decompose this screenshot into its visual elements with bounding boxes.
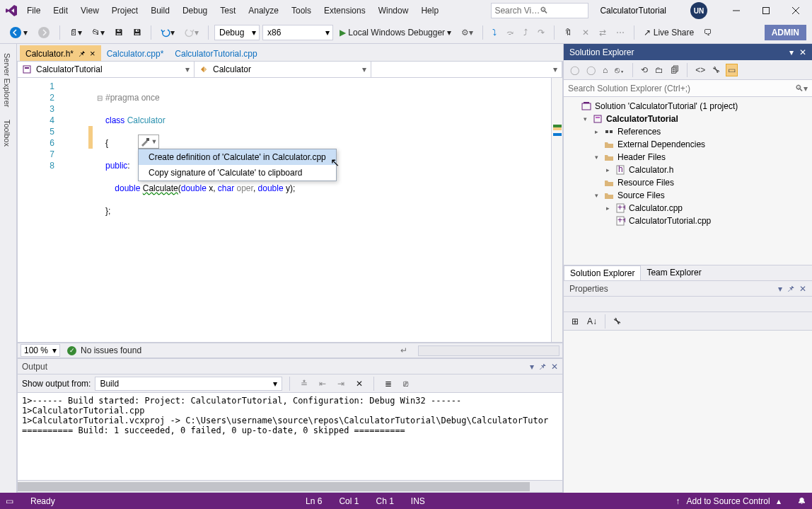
menu-view[interactable]: View <box>75 3 105 18</box>
expand-icon[interactable]: ▸ <box>603 205 612 212</box>
tree-node[interactable]: Resource Files <box>564 176 812 189</box>
expand-icon[interactable]: ▾ <box>581 115 589 122</box>
output-scrollbar[interactable] <box>18 480 562 492</box>
doc-tab[interactable]: CalculatorTutorial.cpp <box>169 45 262 61</box>
wrench-button[interactable]: 🔧︎ <box>610 314 625 328</box>
user-avatar[interactable]: UN <box>690 2 707 19</box>
prev-message-button[interactable]: ⇤ <box>315 377 330 391</box>
menu-edit[interactable]: Edit <box>47 3 74 18</box>
menu-analyze[interactable]: Analyze <box>243 3 284 18</box>
close-button[interactable] <box>784 3 808 18</box>
tree-node[interactable]: External Dependencies <box>564 138 812 151</box>
side-tab-toolbox[interactable]: Toolbox <box>0 113 16 153</box>
close-icon[interactable]: × <box>90 48 95 59</box>
nav-class-dropdown[interactable]: Calculator ▾ <box>195 62 371 77</box>
toggle-button[interactable]: ⎚ <box>400 377 412 391</box>
menu-build[interactable]: Build <box>145 3 175 18</box>
close-icon[interactable]: ✕ <box>551 362 558 372</box>
doc-tab[interactable]: Calculator.cpp* <box>101 45 170 61</box>
code-lines[interactable]: #pragma once class Calculator { public: … <box>63 78 551 342</box>
explorer-tab[interactable]: Solution Explorer <box>564 265 641 281</box>
fwd-icon[interactable]: ◯ <box>584 64 598 76</box>
btn-c[interactable]: ⋯ <box>613 25 628 40</box>
properties-grid[interactable] <box>564 331 812 493</box>
menu-window[interactable]: Window <box>373 3 414 18</box>
menu-file[interactable]: File <box>21 3 46 18</box>
new-project-button[interactable]: 📄︎▾ <box>66 25 86 40</box>
tree-node[interactable]: ▸References <box>564 125 812 138</box>
platform-dropdown[interactable]: x86▾ <box>262 25 333 40</box>
pin-icon[interactable]: 📌︎ <box>787 284 795 294</box>
forward-button[interactable] <box>34 24 54 41</box>
clear-button[interactable]: ✕︎ <box>352 377 366 391</box>
nav-project-dropdown[interactable]: CalculatorTutorial ▾ <box>18 62 195 77</box>
debug-target-button[interactable]: ⚙︎▾ <box>458 25 477 40</box>
pin-icon[interactable]: 📌︎ <box>538 362 547 372</box>
open-button[interactable]: 📂︎▾ <box>88 25 108 40</box>
quickfix-item[interactable]: Create definition of 'Calculate' in Calc… <box>139 149 336 165</box>
properties-combo[interactable] <box>564 297 812 312</box>
solution-explorer-search[interactable]: Search Solution Explorer (Ctrl+;) 🔍︎▾ <box>564 80 812 97</box>
redo-button[interactable]: ▾ <box>181 25 202 40</box>
close-icon[interactable]: ✕ <box>799 47 806 57</box>
save-button[interactable]: 💾︎ <box>111 25 127 40</box>
undo-button[interactable]: ▾ <box>157 25 178 40</box>
start-debugger-button[interactable]: ▶ Local Windows Debugger ▾ <box>336 25 455 40</box>
side-tab-server-explorer[interactable]: Server Explorer <box>0 47 16 113</box>
quick-launch-search[interactable]: Search Visual... 🔍︎ <box>491 3 588 18</box>
home-icon[interactable]: ⌂ <box>601 64 610 76</box>
expand-icon[interactable]: ▸ <box>603 166 612 173</box>
btn-b[interactable]: ⇄ <box>596 25 610 40</box>
feedback-button[interactable]: 🗨︎ <box>700 25 716 40</box>
output-text[interactable]: 1>------ Build started: Project: Calcula… <box>18 393 562 480</box>
menu-test[interactable]: Test <box>214 3 241 18</box>
preview-icon[interactable]: ▭ <box>726 64 738 76</box>
tree-node[interactable]: ▸hCalculator.h <box>564 164 812 176</box>
show-all-icon[interactable]: 🗀︎ <box>653 64 666 76</box>
notifications-icon[interactable]: 🔔︎ <box>798 496 806 506</box>
fold-column[interactable]: ⊟ <box>95 81 104 149</box>
config-dropdown[interactable]: Debug▾ <box>214 25 260 40</box>
issues-indicator[interactable]: ✓ No issues found <box>67 345 141 355</box>
tree-node[interactable]: ▾Header Files <box>564 151 812 164</box>
back-button[interactable]: ▾ <box>6 24 31 41</box>
horizontal-scrollbar[interactable] <box>418 345 559 356</box>
btn-a[interactable]: ✕ <box>579 25 593 40</box>
next-message-button[interactable]: ⇥ <box>334 377 348 391</box>
quickfix-item[interactable]: Copy signature of 'Calculate' to clipboa… <box>139 165 336 181</box>
step-into-button[interactable]: ⤵︎ <box>489 25 500 40</box>
output-source-dropdown[interactable]: Build▾ <box>95 377 282 391</box>
source-control-button[interactable]: ↑ Add to Source Control ▴ <box>675 496 781 506</box>
solution-tree[interactable]: Solution 'CalculatorTutorial' (1 project… <box>564 97 812 265</box>
word-wrap-button[interactable]: ≣ <box>381 377 395 391</box>
doc-tab[interactable]: Calculator.h*📌︎× <box>20 45 101 61</box>
maximize-button[interactable] <box>754 3 778 18</box>
back-icon[interactable]: ◯ <box>568 64 581 76</box>
menu-project[interactable]: Project <box>106 3 144 18</box>
dropdown-icon[interactable]: ▾ <box>789 47 794 57</box>
live-share-button[interactable]: ↗ Live Share <box>640 25 697 40</box>
alphabetical-button[interactable]: A↓ <box>584 314 601 328</box>
tree-node[interactable]: ▾CalculatorTutorial <box>564 113 812 125</box>
sync-icon[interactable]: ⟲ <box>639 64 650 76</box>
save-all-button[interactable]: 💾︎ <box>129 25 145 40</box>
refresh-icon[interactable]: 🗐︎ <box>668 64 681 76</box>
categorized-button[interactable]: ⊞ <box>568 314 582 328</box>
nav-member-dropdown[interactable]: ▾ <box>371 62 562 77</box>
pin-icon[interactable]: 📌︎ <box>78 50 86 58</box>
code-editor[interactable]: 12345678 ⊟ #pragma once class Calculator… <box>17 78 563 343</box>
close-icon[interactable]: ✕ <box>799 284 806 294</box>
overview-ruler[interactable] <box>551 78 562 342</box>
dropdown-icon[interactable]: ▾ <box>778 284 782 294</box>
tree-node[interactable]: ▸++Calculator.cpp <box>564 202 812 215</box>
find-message-button[interactable]: ≛ <box>297 377 311 391</box>
properties-icon[interactable]: 🔧︎ <box>710 64 723 76</box>
step-out-button[interactable]: ⤴︎ <box>520 25 531 40</box>
dropdown-icon[interactable]: ▾ <box>530 362 534 372</box>
menu-extensions[interactable]: Extensions <box>318 3 371 18</box>
expand-icon[interactable]: ▸ <box>592 128 601 135</box>
step-button[interactable]: ↷ <box>534 25 548 40</box>
menu-tools[interactable]: Tools <box>286 3 317 18</box>
tree-node[interactable]: ▾Source Files <box>564 189 812 202</box>
zoom-dropdown[interactable]: 100 %▾ <box>21 344 60 357</box>
